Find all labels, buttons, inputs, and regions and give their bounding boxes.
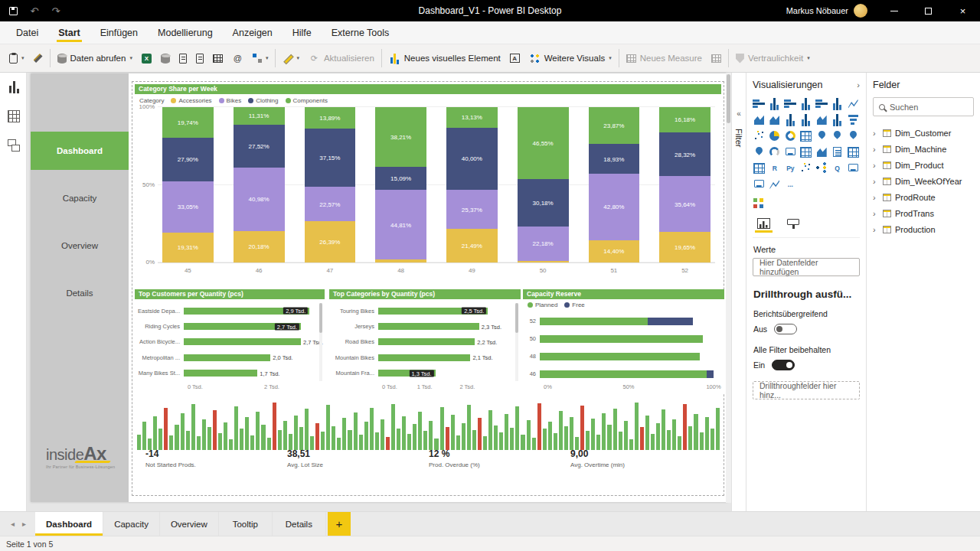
page-tab-capacity[interactable]: Capacity — [103, 512, 160, 536]
sensitivity-button[interactable]: Vertraulichkeit▾ — [731, 51, 815, 67]
bar-planned[interactable] — [540, 335, 703, 343]
stacked-column[interactable]: 23,87%18,93%42,80%14,40% — [589, 107, 640, 262]
legend-item-bikes[interactable]: Bikes — [219, 97, 242, 104]
format-painter-button[interactable] — [29, 51, 47, 66]
new-page-button[interactable]: + — [328, 512, 351, 536]
bar[interactable] — [184, 370, 257, 377]
bar[interactable] — [184, 338, 301, 345]
edit-queries-button[interactable]: ▾ — [278, 51, 304, 67]
segment-accessories[interactable] — [375, 259, 426, 262]
page-tab-dashboard[interactable]: Dashboard — [35, 512, 103, 536]
segment-accessories[interactable]: 26,39% — [305, 221, 356, 262]
field-table-dim-machine[interactable]: ›Dim_Machine — [873, 141, 974, 157]
report-nav-item-details[interactable]: Details — [31, 274, 129, 312]
stacked-column[interactable]: 38,21%15,09%44,81% — [375, 107, 426, 262]
menu-item-externe-tools[interactable]: Externe Tools — [322, 21, 400, 44]
build-visual-icon[interactable] — [753, 198, 763, 208]
segment-clothing[interactable]: 18,93% — [589, 144, 640, 173]
segment-components[interactable]: 23,87% — [589, 107, 640, 144]
stacked-column[interactable]: 13,13%40,00%25,37%21,49% — [446, 107, 498, 262]
segment-bikes[interactable]: 40,98% — [234, 168, 285, 231]
segment-bikes[interactable]: 33,05% — [162, 181, 214, 233]
donut-chart-icon[interactable] — [784, 129, 797, 142]
report-nav-item-dashboard[interactable]: Dashboard — [31, 132, 129, 170]
data-view-button[interactable] — [0, 102, 27, 131]
menu-item-hilfe[interactable]: Hilfe — [283, 21, 322, 44]
menu-item-datei[interactable]: Datei — [6, 21, 48, 44]
line-and-stacked-column-chart-icon[interactable] — [784, 113, 797, 126]
account-name[interactable]: Markus Nöbauer — [786, 6, 848, 15]
stacked-column[interactable]: 13,89%37,15%22,57%26,39% — [305, 107, 356, 262]
gauge-icon[interactable] — [768, 145, 781, 158]
stacked-column[interactable]: 11,31%27,52%40,98%20,18% — [234, 107, 285, 262]
scrollbar-thumb[interactable] — [319, 303, 322, 333]
field-table-dim-weekofyear[interactable]: ›Dim_WeekOfYear — [873, 173, 974, 189]
100-stacked-bar-chart-icon[interactable] — [815, 97, 828, 110]
report-page[interactable]: DashboardCapacityOverviewDetails Categor… — [31, 73, 727, 502]
clustered-bar-chart-icon[interactable] — [784, 97, 797, 110]
stacked-column[interactable]: 46,55%30,18%22,18% — [518, 107, 569, 262]
map-icon[interactable] — [815, 129, 828, 142]
text-file-button[interactable] — [175, 51, 191, 67]
segment-clothing[interactable]: 15,09% — [375, 167, 426, 191]
ribbon-chart-icon[interactable] — [815, 113, 828, 126]
chart-production-timeline[interactable] — [135, 398, 721, 455]
line-and-clustered-column-chart-icon[interactable] — [799, 113, 812, 126]
scatter-chart-icon[interactable] — [753, 129, 766, 142]
account-avatar[interactable] — [854, 4, 867, 18]
stacked-column[interactable]: 19,74%27,90%33,05%19,31% — [162, 107, 214, 262]
100-stacked-column-chart-icon[interactable] — [831, 97, 844, 110]
bar-planned[interactable] — [540, 353, 700, 360]
field-table-prodroute[interactable]: ›ProdRoute — [873, 189, 974, 205]
r-script-visual-icon[interactable]: R — [768, 161, 781, 174]
stacked-column[interactable]: 16,18%28,32%35,64%19,65% — [659, 107, 710, 262]
stacked-column-chart-icon[interactable] — [768, 97, 781, 110]
segment-bikes[interactable]: 22,18% — [518, 227, 569, 261]
segment-components[interactable]: 13,89% — [305, 107, 356, 129]
segment-clothing[interactable]: 28,32% — [659, 132, 710, 176]
area-chart-icon[interactable] — [753, 113, 766, 126]
dataset-button[interactable] — [191, 51, 208, 67]
bar[interactable] — [378, 323, 479, 330]
page-tab-tooltip[interactable]: Tooltip — [219, 512, 273, 536]
search-input[interactable] — [890, 103, 968, 112]
get-data-button[interactable]: Daten abrufen▾ — [53, 51, 137, 67]
prev-page-arrow[interactable]: ◂ — [11, 520, 15, 528]
quick-measure-button[interactable] — [707, 51, 726, 66]
key-influencers-icon[interactable] — [799, 161, 812, 174]
segment-bikes[interactable]: 42,80% — [589, 174, 640, 240]
legend-item-components[interactable]: Components — [286, 97, 328, 104]
report-nav-item-capacity[interactable]: Capacity — [31, 179, 129, 217]
line-chart-icon[interactable] — [847, 97, 860, 110]
menu-item-anzeigen[interactable]: Anzeigen — [223, 21, 283, 44]
segment-components[interactable]: 16,18% — [659, 107, 710, 132]
keep-filters-toggle[interactable] — [772, 360, 795, 370]
collapse-pane-icon[interactable]: › — [857, 80, 860, 90]
drillthrough-field-well[interactable]: Drillthroughfelder hier hinz... — [753, 381, 860, 399]
chart-capacity-reserve[interactable]: Capacity Reserve PlannedFree 52504846 0%… — [523, 289, 724, 393]
redo-button[interactable]: ↷ — [46, 0, 66, 21]
filter-pane-collapsed[interactable]: « Filter — [731, 73, 746, 511]
format-tab[interactable] — [787, 218, 800, 232]
more-visuals-button[interactable]: Weitere Visuals▾ — [524, 50, 616, 67]
stacked-area-chart-icon[interactable] — [768, 113, 781, 126]
scrollbar[interactable] — [515, 303, 518, 381]
next-page-arrow[interactable]: ▸ — [22, 520, 26, 528]
segment-accessories[interactable]: 20,18% — [234, 231, 285, 262]
menu-item-start[interactable]: Start — [48, 21, 90, 44]
maximize-button[interactable] — [911, 0, 946, 21]
python-visual-icon[interactable]: Py — [784, 161, 797, 174]
chart-category-share[interactable]: Category Share per Week CategoryAccessor… — [135, 84, 721, 276]
scrollbar[interactable] — [319, 303, 322, 381]
field-table-production[interactable]: ›Production — [873, 221, 974, 237]
filled-map-icon[interactable] — [831, 129, 844, 142]
segment-clothing[interactable]: 27,52% — [234, 125, 285, 168]
field-table-prodtrans[interactable]: ›ProdTrans — [873, 205, 974, 221]
slicer-icon[interactable] — [831, 145, 844, 158]
bar-free[interactable] — [648, 318, 693, 325]
canvas-scrollbar-thumb[interactable] — [727, 74, 730, 123]
funnel-chart-icon[interactable] — [847, 113, 860, 126]
cross-report-toggle[interactable] — [774, 324, 797, 334]
close-button[interactable]: × — [946, 0, 980, 21]
menu-item-einf-gen[interactable]: Einfügen — [90, 21, 148, 44]
